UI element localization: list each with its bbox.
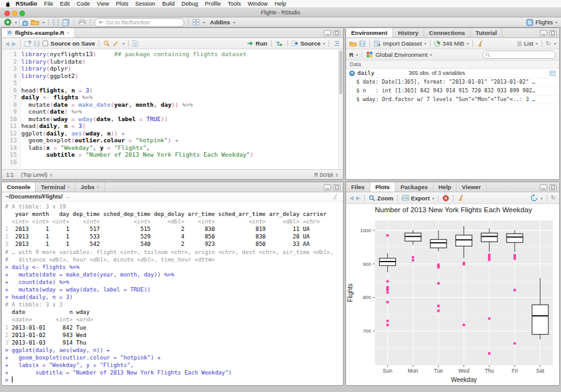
menu-item-help[interactable]: Help xyxy=(275,1,287,7)
goto-file-input[interactable]: Go to file/function xyxy=(94,18,184,27)
close-tab-icon[interactable]: × xyxy=(96,184,99,190)
tab-viewer[interactable]: Viewer xyxy=(457,182,486,192)
maximize-pane-icon[interactable] xyxy=(549,184,557,190)
console-output[interactable]: # A tibble: 3 x 19 year month day dep_ti… xyxy=(2,202,343,385)
import-dataset-button[interactable]: Import Dataset ▾ xyxy=(374,40,426,47)
window-titlebar[interactable]: Flights - RStudio xyxy=(0,8,561,17)
r-language-selector[interactable]: R▾ xyxy=(349,51,358,58)
zoom-plot-button[interactable]: Zoom xyxy=(369,195,394,202)
apple-menu-icon[interactable] xyxy=(5,1,10,7)
code-area[interactable]: 1library(nycflights13) ## package contai… xyxy=(2,49,343,169)
tab-flights-example[interactable]: R flights-example.R × xyxy=(2,28,75,37)
memory-usage-button[interactable]: 346 MiB ▾ xyxy=(434,40,469,47)
save-file-icon[interactable] xyxy=(34,41,40,47)
print-icon[interactable] xyxy=(78,19,86,26)
maximize-pane-icon[interactable] xyxy=(333,184,340,190)
environment-scope-selector[interactable]: Global Environment▾ xyxy=(375,51,432,58)
tab-packages[interactable]: Packages xyxy=(395,182,434,192)
forward-icon[interactable]: ▶ xyxy=(12,41,16,47)
back-icon[interactable]: ◀ xyxy=(5,41,9,47)
tab-files[interactable]: Files xyxy=(346,182,370,192)
menu-item-file[interactable]: File xyxy=(44,1,54,7)
addins-caret-icon[interactable]: ▾ xyxy=(233,20,235,24)
minimize-pane-icon[interactable] xyxy=(540,184,547,190)
maximize-pane-icon[interactable] xyxy=(333,30,340,36)
menu-item-profile[interactable]: Profile xyxy=(205,1,221,7)
tab-jobs[interactable]: Jobs× xyxy=(76,182,105,192)
menu-item-rstudio[interactable]: RStudio xyxy=(16,1,37,7)
file-type-selector[interactable]: R Script⇕ xyxy=(314,172,339,178)
project-menu[interactable]: R Flights ▾ xyxy=(526,19,557,26)
clear-objects-broom-icon[interactable] xyxy=(477,40,484,47)
save-icon[interactable] xyxy=(52,19,59,26)
object-row-daily[interactable]: ▼ daily 365 obs. of 3 variables xyxy=(346,69,559,78)
compile-report-icon[interactable] xyxy=(132,40,138,47)
tab-help[interactable]: Help xyxy=(434,182,457,192)
menu-item-debug[interactable]: Debug xyxy=(181,1,198,7)
goto-directory-icon[interactable]: → xyxy=(65,194,71,200)
publish-caret-icon[interactable]: ▾ xyxy=(541,196,543,200)
tab-environment[interactable]: Environment xyxy=(346,28,393,37)
source-on-save-checkbox[interactable] xyxy=(42,41,48,46)
menu-item-edit[interactable]: Edit xyxy=(60,1,70,7)
panes-caret-icon[interactable]: ▾ xyxy=(203,20,205,24)
console-line: # A tibble: 3 x 3 xyxy=(5,301,340,308)
tab-plots[interactable]: Plots xyxy=(370,182,395,192)
open-file-icon[interactable] xyxy=(31,19,39,26)
new-file-icon[interactable] xyxy=(4,18,12,26)
minimize-pane-icon[interactable] xyxy=(540,30,547,36)
close-tab-icon[interactable]: × xyxy=(66,30,69,36)
minimize-pane-icon[interactable] xyxy=(324,30,331,36)
save-all-icon[interactable] xyxy=(62,19,70,26)
tab-history[interactable]: History xyxy=(393,28,424,37)
workspace-panes-icon[interactable] xyxy=(192,19,200,26)
svg-text:Fri: Fri xyxy=(512,368,518,374)
find-replace-icon[interactable] xyxy=(103,40,110,47)
close-tab-icon[interactable]: × xyxy=(67,184,70,190)
environment-search-input[interactable] xyxy=(482,51,556,59)
main-toolbar: ▾ R ▾ Go to file/function ▾ Addins ▾ R F… xyxy=(0,17,561,27)
new-project-icon[interactable]: R xyxy=(19,19,28,26)
menu-item-tools[interactable]: Tools xyxy=(228,1,241,7)
next-plot-icon[interactable]: ▶ xyxy=(356,195,360,201)
popout-window-icon[interactable] xyxy=(24,41,31,47)
working-directory: ~/Documents/Flights/ xyxy=(6,194,62,200)
tab-console[interactable]: Console xyxy=(2,182,36,192)
menu-item-build[interactable]: Build xyxy=(162,1,174,7)
maximize-pane-icon[interactable] xyxy=(549,30,557,36)
refresh-plot-icon[interactable]: ↻ xyxy=(551,195,556,201)
source-scrollbar[interactable] xyxy=(338,49,343,169)
list-view-button[interactable]: List ▾ xyxy=(517,40,538,47)
addins-menu[interactable]: Addins xyxy=(210,19,230,26)
load-workspace-icon[interactable] xyxy=(349,41,357,47)
tab-tutorial[interactable]: Tutorial xyxy=(470,28,502,37)
save-workspace-icon[interactable] xyxy=(359,41,365,47)
document-outline-icon[interactable] xyxy=(333,41,340,46)
export-plot-button[interactable]: Export ▾ xyxy=(402,195,434,202)
boxplot-box xyxy=(507,233,523,242)
collapse-object-icon[interactable]: ▼ xyxy=(349,71,355,76)
clear-console-broom-icon[interactable] xyxy=(332,193,339,200)
rerun-icon[interactable] xyxy=(276,41,284,47)
publish-icon[interactable] xyxy=(530,194,538,202)
menu-item-session[interactable]: Session xyxy=(135,1,155,7)
source-button[interactable]: Source ▾ xyxy=(292,40,325,47)
clear-plots-broom-icon[interactable] xyxy=(457,194,465,202)
code-tools-caret-icon[interactable]: ▾ xyxy=(122,41,124,46)
code-tools-wand-icon[interactable] xyxy=(112,40,119,47)
tab-connections[interactable]: Connections xyxy=(424,28,471,37)
open-file-caret-icon[interactable]: ▾ xyxy=(42,20,44,24)
menu-item-plots[interactable]: Plots xyxy=(116,1,128,7)
menu-item-code[interactable]: Code xyxy=(77,1,91,7)
refresh-environment-icon[interactable]: ↻ xyxy=(546,41,551,47)
new-file-caret-icon[interactable]: ▾ xyxy=(15,20,17,24)
minimize-pane-icon[interactable] xyxy=(324,184,331,190)
menu-item-view[interactable]: View xyxy=(97,1,109,7)
remove-plot-icon[interactable] xyxy=(442,195,449,202)
scope-selector[interactable]: (Top Level)⇕ xyxy=(21,172,53,178)
tab-terminal[interactable]: Terminal× xyxy=(36,182,76,192)
run-button[interactable]: Run xyxy=(247,40,267,47)
view-table-icon[interactable] xyxy=(549,71,556,76)
previous-plot-icon[interactable]: ◀ xyxy=(349,195,354,201)
menu-item-window[interactable]: Window xyxy=(248,1,268,7)
